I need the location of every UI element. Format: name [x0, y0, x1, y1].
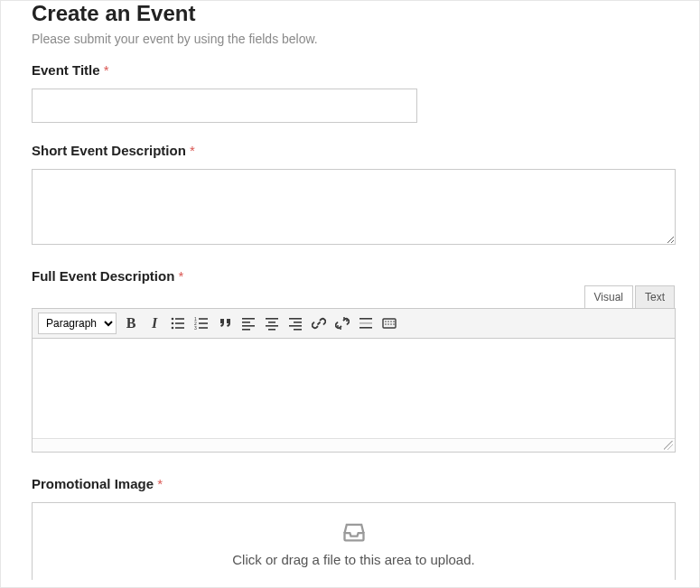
svg-rect-19 [268, 329, 275, 331]
label-text: Short Event Description [32, 143, 186, 158]
label-promotional-image: Promotional Image * [32, 476, 676, 491]
editor-mode-tabs: Visual Text [32, 285, 676, 309]
svg-rect-14 [242, 325, 255, 327]
svg-rect-22 [289, 325, 302, 327]
editor-resize-handle[interactable] [33, 438, 675, 452]
unlink-icon [335, 316, 350, 331]
form-page: Create an Event Please submit your event… [0, 0, 700, 588]
svg-point-33 [387, 323, 389, 325]
label-full-description: Full Event Description * [32, 268, 676, 284]
short-description-textarea[interactable] [32, 169, 676, 245]
unlink-button[interactable] [333, 314, 351, 332]
svg-point-35 [393, 323, 395, 325]
insert-more-button[interactable] [357, 314, 375, 332]
list-ol-icon: 123 [194, 316, 209, 331]
numbered-list-button[interactable]: 123 [192, 314, 210, 332]
format-select[interactable]: Paragraph [38, 313, 117, 334]
svg-text:3: 3 [194, 325, 197, 331]
file-upload-dropzone[interactable]: Click or drag a file to this area to upl… [32, 502, 676, 580]
read-more-icon [359, 316, 373, 331]
svg-rect-17 [268, 322, 275, 323]
svg-rect-9 [199, 322, 208, 324]
field-full-description: Full Event Description * Visual Text Par… [32, 268, 676, 453]
svg-rect-25 [359, 322, 372, 324]
svg-rect-12 [242, 318, 255, 320]
svg-rect-5 [175, 327, 184, 329]
tab-text[interactable]: Text [635, 285, 675, 309]
label-text: Full Event Description [32, 268, 174, 284]
align-center-button[interactable] [263, 314, 281, 332]
svg-rect-24 [359, 318, 372, 320]
event-title-input[interactable] [32, 89, 417, 123]
svg-point-34 [390, 323, 392, 325]
svg-point-28 [385, 321, 387, 322]
svg-rect-23 [294, 329, 302, 331]
align-left-button[interactable] [239, 314, 257, 332]
svg-point-32 [385, 323, 387, 325]
required-marker: * [190, 143, 195, 158]
svg-rect-1 [175, 318, 184, 320]
align-right-icon [288, 316, 303, 331]
label-text: Promotional Image [32, 476, 154, 491]
page-subtitle: Please submit your event by using the fi… [32, 32, 676, 46]
svg-rect-18 [266, 325, 278, 327]
svg-rect-26 [359, 327, 372, 329]
editor-toolbar: Paragraph B I 123 [33, 309, 675, 339]
required-marker: * [157, 476, 163, 491]
required-marker: * [104, 62, 109, 78]
svg-rect-21 [294, 322, 302, 323]
align-right-button[interactable] [286, 314, 304, 332]
svg-point-0 [172, 318, 174, 321]
label-short-description: Short Event Description * [32, 143, 676, 158]
svg-rect-15 [242, 329, 250, 331]
bulleted-list-button[interactable] [169, 314, 187, 332]
svg-point-31 [393, 321, 395, 322]
svg-rect-7 [199, 318, 208, 320]
align-center-icon [265, 316, 279, 331]
editor-container: Paragraph B I 123 [32, 308, 676, 453]
insert-link-button[interactable] [310, 314, 328, 332]
toolbar-toggle-button[interactable] [380, 314, 398, 332]
italic-button[interactable]: I [145, 314, 163, 332]
svg-point-2 [172, 322, 174, 325]
keyboard-icon [382, 316, 397, 331]
svg-point-29 [387, 321, 389, 322]
tab-visual[interactable]: Visual [584, 285, 633, 309]
quote-icon [218, 316, 232, 331]
rich-text-editor: Visual Text Paragraph B I 123 [32, 285, 676, 453]
blockquote-button[interactable] [216, 314, 234, 332]
align-left-icon [241, 316, 256, 331]
link-icon [312, 316, 326, 331]
full-description-editor[interactable] [33, 339, 675, 438]
required-marker: * [179, 268, 184, 284]
bold-button[interactable]: B [122, 314, 140, 332]
svg-rect-27 [383, 319, 396, 328]
svg-point-4 [172, 327, 174, 330]
svg-rect-20 [289, 318, 302, 320]
field-short-description: Short Event Description * [32, 143, 676, 248]
list-ul-icon [171, 316, 185, 331]
svg-rect-3 [175, 322, 184, 324]
svg-rect-13 [242, 322, 250, 323]
field-promotional-image: Promotional Image * Click or drag a file… [32, 476, 676, 580]
page-title: Create an Event [32, 1, 676, 26]
inbox-icon [341, 519, 367, 545]
svg-rect-16 [266, 318, 278, 320]
svg-rect-11 [199, 327, 208, 329]
field-event-title: Event Title * [32, 62, 676, 123]
label-text: Event Title [32, 62, 100, 78]
upload-instruction: Click or drag a file to this area to upl… [42, 552, 666, 567]
label-event-title: Event Title * [32, 62, 676, 78]
svg-point-30 [390, 321, 392, 322]
